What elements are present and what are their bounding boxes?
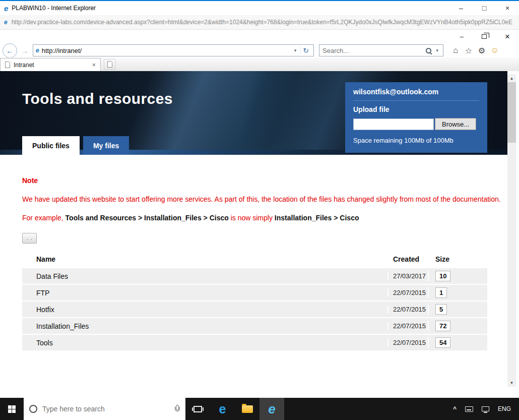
- folder-name-link[interactable]: FTP: [22, 289, 387, 297]
- table-row[interactable]: Hotfix 22/07/2015 5: [22, 302, 487, 318]
- maximize-button[interactable]: □: [473, 1, 496, 15]
- note-heading: Note: [22, 176, 487, 185]
- created-date: 22/07/2015: [387, 289, 428, 296]
- taskbar-search-input[interactable]: [42, 405, 169, 413]
- task-view-button[interactable]: [185, 398, 210, 420]
- size-badge: 1: [435, 287, 447, 298]
- example-old-path: Tools and Resources > Installation_Files…: [66, 214, 229, 222]
- folder-name-link[interactable]: Tools: [22, 339, 387, 347]
- edge-button[interactable]: e: [210, 398, 235, 420]
- header-created: Created: [387, 255, 428, 263]
- note-paragraph: We have updated this website to start of…: [22, 195, 487, 203]
- files-table: Name Created Size Data Files 27/03/2017 …: [22, 250, 487, 351]
- scroll-up-icon[interactable]: ▲: [507, 74, 516, 82]
- tab-label: Intranet: [14, 62, 88, 69]
- size-cell: 1: [428, 287, 487, 298]
- page-favicon-icon: e: [36, 47, 39, 54]
- touch-keyboard-icon[interactable]: [465, 406, 473, 412]
- taskbar-search-box[interactable]: [24, 398, 185, 420]
- size-cell: 5: [428, 304, 487, 315]
- page-body: Note We have updated this website to sta…: [0, 176, 507, 351]
- size-cell: 72: [428, 321, 487, 331]
- folder-name-link[interactable]: Hotfix: [22, 306, 387, 314]
- inner-window-controls: – ×: [0, 30, 519, 43]
- scroll-down-icon[interactable]: ▼: [507, 379, 516, 387]
- settings-gear-icon[interactable]: ⚙: [475, 46, 488, 55]
- favorites-star-icon[interactable]: ☆: [462, 46, 475, 55]
- browser-search-box[interactable]: ▾: [319, 44, 443, 56]
- address-dropdown-icon[interactable]: ▾: [293, 48, 298, 53]
- header-size: Size: [428, 255, 487, 263]
- upload-file-input[interactable]: [353, 118, 434, 130]
- address-input[interactable]: [42, 47, 290, 54]
- upload-file-label: Upload file: [353, 105, 479, 113]
- upload-panel: wilsontfisk@outlook.com Upload file Brow…: [345, 82, 487, 153]
- folder-name-link[interactable]: Data Files: [22, 272, 387, 280]
- start-button[interactable]: [0, 398, 24, 420]
- browse-button[interactable]: Browse...: [435, 118, 476, 130]
- internet-explorer-icon: e: [268, 402, 275, 415]
- taskbar: e e ^ ENG: [0, 398, 519, 420]
- search-dropdown-icon[interactable]: ▾: [434, 48, 440, 53]
- internet-explorer-button[interactable]: e: [260, 398, 284, 420]
- outer-address-bar[interactable]: e http://dev.practice-labs.com/device-ad…: [0, 15, 519, 30]
- new-tab-button[interactable]: [104, 59, 115, 70]
- home-icon[interactable]: ⌂: [449, 46, 462, 55]
- ie-logo-icon: e: [4, 4, 8, 13]
- space-remaining-text: Space remaining 100Mb of 100Mb: [353, 137, 479, 144]
- cortana-icon: [29, 405, 37, 413]
- system-tray: ^ ENG: [453, 398, 519, 420]
- vertical-scrollbar[interactable]: ▲ ▼: [507, 74, 516, 387]
- address-bar[interactable]: e ▾ ↻: [33, 44, 314, 56]
- outer-title-bar: e PLABWIN10 - Internet Explorer – □ ×: [0, 0, 519, 15]
- page-title: Tools and resources: [22, 90, 173, 107]
- ie-favicon-icon: e: [4, 19, 8, 26]
- tab-intranet[interactable]: Intranet ×: [0, 58, 101, 71]
- size-badge: 54: [435, 337, 450, 348]
- example-prefix: For example,: [22, 214, 66, 222]
- file-explorer-button[interactable]: [235, 398, 260, 420]
- size-cell: 54: [428, 337, 487, 348]
- search-icon[interactable]: [425, 47, 432, 54]
- feedback-smiley-icon[interactable]: ☺: [488, 46, 501, 55]
- table-row[interactable]: FTP 22/07/2015 1: [22, 285, 487, 302]
- network-icon[interactable]: [482, 406, 489, 411]
- browser-search-input[interactable]: [322, 47, 423, 54]
- edge-icon: e: [219, 403, 226, 415]
- table-row[interactable]: Data Files 27/03/2017 10: [22, 268, 487, 285]
- created-date: 22/07/2015: [387, 322, 428, 330]
- folder-name-link[interactable]: Installation_Files: [22, 322, 387, 330]
- tab-close-icon[interactable]: ×: [92, 61, 96, 69]
- inner-minimize-button[interactable]: –: [460, 33, 464, 40]
- table-header-row: Name Created Size: [22, 250, 487, 268]
- tab-my-files[interactable]: My files: [83, 136, 129, 155]
- dots-button[interactable]: . .: [22, 233, 37, 244]
- language-indicator[interactable]: ENG: [498, 405, 511, 412]
- windows-logo-icon: [8, 405, 16, 413]
- page-header-banner: Tools and resources wilsontfisk@outlook.…: [0, 71, 507, 155]
- inner-close-button[interactable]: ×: [505, 32, 510, 42]
- folder-icon: [242, 405, 253, 413]
- tab-public-files[interactable]: Public files: [22, 136, 80, 155]
- tray-chevron-up-icon[interactable]: ^: [453, 405, 457, 412]
- inner-nav-bar: ← → e ▾ ↻ ▾ ⌂ ☆ ⚙ ☺: [0, 43, 519, 57]
- created-date: 22/07/2015: [387, 339, 428, 346]
- files-tabs: Public files My files: [22, 136, 129, 155]
- page-content: Tools and resources wilsontfisk@outlook.…: [0, 71, 507, 389]
- table-row[interactable]: Tools 22/07/2015 54: [22, 335, 487, 351]
- microphone-icon[interactable]: [174, 405, 180, 413]
- user-email: wilsontfisk@outlook.com: [353, 88, 479, 101]
- browser-toolbar-icons: ⌂ ☆ ⚙ ☺: [449, 46, 501, 55]
- size-badge: 10: [435, 271, 450, 281]
- forward-button[interactable]: →: [19, 44, 31, 56]
- table-row[interactable]: Installation_Files 22/07/2015 72: [22, 318, 487, 335]
- scrollbar-thumb[interactable]: [507, 82, 516, 143]
- minimize-button[interactable]: –: [449, 1, 473, 15]
- back-button[interactable]: ←: [3, 43, 17, 58]
- outer-url-text[interactable]: http://dev.practice-labs.com/device-adva…: [12, 19, 512, 26]
- refresh-icon[interactable]: ↻: [300, 46, 311, 54]
- close-button[interactable]: ×: [496, 1, 519, 15]
- inner-restore-button[interactable]: [482, 34, 487, 39]
- size-cell: 10: [428, 271, 487, 281]
- tab-bar: Intranet ×: [0, 57, 519, 71]
